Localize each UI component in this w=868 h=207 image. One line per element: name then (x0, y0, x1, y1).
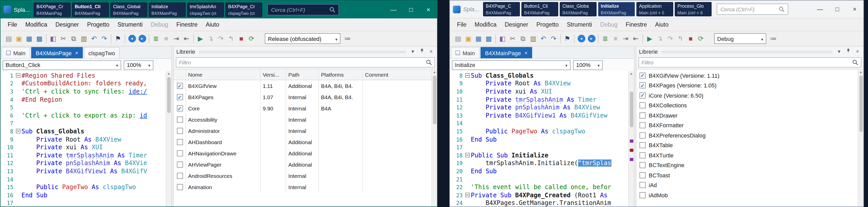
fold-toggle-icon[interactable] (464, 73, 471, 78)
menu-progetto[interactable]: Progetto (83, 22, 114, 28)
zoom-selector[interactable]: 100% (573, 60, 603, 70)
uncomment-icon[interactable]: ≡ (610, 33, 621, 44)
step-out-icon[interactable]: ↰ (226, 33, 236, 44)
stop-icon[interactable]: ■ (236, 33, 246, 44)
library-list-item[interactable]: B4XGifView (Versione: 1.11) (637, 70, 858, 81)
quick-nav-chip[interactable]: ApplicationMain (ctrl + 5 (637, 2, 673, 17)
library-row[interactable]: B4XPages1.07InternalB4A, B4i, B4. (174, 91, 431, 103)
menu-designer[interactable]: Designer (501, 22, 532, 28)
library-filter-input[interactable]: Filtro (639, 57, 861, 67)
outdent-icon[interactable]: ⇤ (631, 33, 641, 44)
close-tab-icon[interactable] (525, 50, 528, 56)
column-header[interactable]: Comment (363, 69, 431, 80)
redo-icon[interactable]: ↷ (99, 33, 110, 44)
clean-project-icon[interactable]: ≔ (342, 33, 353, 44)
column-header[interactable]: Nome (186, 69, 261, 80)
close-button[interactable]: × (420, 1, 437, 19)
scroll-up-icon[interactable] (432, 70, 437, 73)
undo-icon[interactable]: ↶ (538, 33, 549, 44)
quick-nav-chip[interactable]: Button1_CliB4XMainPag (521, 2, 558, 17)
designer-icon[interactable]: ◧ (497, 33, 507, 44)
new-file-icon[interactable]: ▤ (4, 33, 14, 44)
search-input[interactable]: Cerca (Ctrl+F) (267, 4, 339, 15)
restart-icon[interactable]: ⟳ (696, 33, 706, 44)
library-list-item[interactable]: B4XFormatter (637, 120, 858, 130)
library-checkbox[interactable] (177, 94, 183, 100)
library-list-item[interactable]: B4XPages (Versione: 1.05) (637, 81, 858, 90)
minimize-button[interactable]: — (811, 1, 829, 18)
library-checkbox[interactable] (177, 105, 183, 111)
library-checkbox[interactable] (177, 139, 183, 145)
library-row[interactable]: AccessibilityInternal (174, 114, 431, 125)
library-checkbox[interactable] (640, 72, 646, 79)
fold-toggle-icon[interactable] (15, 73, 22, 78)
close-tab-icon[interactable] (75, 50, 78, 56)
library-list-item[interactable]: B4XTurtle (637, 150, 858, 160)
scroll-up-icon[interactable] (629, 72, 634, 75)
title-bar[interactable]: Spla... B4XPage_CB4XMainPagButton1_CliB4… (450, 1, 863, 19)
copy-icon[interactable]: ⧉ (68, 33, 79, 44)
copy-icon[interactable]: ⧉ (518, 33, 528, 44)
quick-nav-chip[interactable]: Class_GlobalB4XMainPag (111, 2, 147, 17)
library-list-item[interactable]: B4XTable (637, 140, 858, 150)
library-checkbox[interactable] (640, 92, 646, 99)
panel-splitter[interactable] (171, 47, 174, 206)
menu-modifica[interactable]: Modifica (21, 22, 51, 28)
scrollbar-thumb[interactable] (630, 91, 633, 127)
open-folder-icon[interactable]: ▣ (14, 33, 24, 44)
library-checkbox[interactable] (640, 122, 646, 128)
save-icon[interactable]: ▦ (24, 33, 34, 44)
build-configuration-select[interactable]: Debug (714, 33, 766, 44)
library-row[interactable]: AHDashboardAdditional (174, 137, 431, 148)
document-tab-b4xmainpage[interactable]: B4XMainPage (31, 47, 83, 58)
scrollbar-thumb[interactable] (859, 76, 863, 132)
menu-finestre[interactable]: Finestre (622, 22, 651, 28)
document-tab-clspagtwo[interactable]: clspagTwo (84, 47, 120, 58)
quick-nav-chip[interactable]: Button1_CliB4XMainPag (72, 2, 109, 17)
library-checkbox[interactable] (640, 102, 646, 109)
step-into-icon[interactable]: ↴ (206, 33, 216, 44)
menu-strumenti[interactable]: Strumenti (114, 22, 147, 28)
library-checkbox[interactable] (177, 83, 183, 89)
fold-toggle-icon[interactable] (464, 193, 471, 197)
library-checkbox[interactable] (177, 184, 183, 190)
library-list-item[interactable]: BCToast (637, 170, 858, 180)
library-checkbox[interactable] (640, 162, 646, 169)
navigate-back-icon[interactable]: ◂ (127, 33, 137, 44)
maximize-button[interactable]: □ (829, 1, 846, 18)
navigate-forward-icon[interactable]: ▸ (586, 33, 596, 44)
menu-strumenti[interactable]: Strumenti (563, 22, 596, 28)
build-configuration-select[interactable]: Release (obfuscated) (265, 33, 340, 44)
step-over-icon[interactable]: ↷ (216, 33, 226, 44)
maximize-button[interactable]: □ (402, 1, 420, 19)
redo-icon[interactable]: ↷ (549, 33, 559, 44)
undo-icon[interactable]: ↶ (89, 33, 99, 44)
menu-finestre[interactable]: Finestre (172, 22, 202, 28)
library-row[interactable]: AHViewPagerAdditional (174, 159, 431, 170)
search-input[interactable]: Cerca (Ctrl+F) (717, 4, 788, 15)
library-checkbox[interactable] (177, 128, 183, 134)
library-checkbox[interactable] (177, 161, 183, 168)
pin-icon[interactable] (418, 47, 425, 56)
comment-icon[interactable]: ≣ (600, 33, 610, 44)
library-checkbox[interactable] (640, 83, 646, 89)
quick-nav-chip[interactable]: tmrSplashAnclspagTwo (ct (187, 2, 224, 17)
document-tab-main[interactable]: Main (2, 47, 30, 58)
clean-project-icon[interactable]: ≔ (768, 33, 779, 44)
menu-debug[interactable]: Debug (147, 22, 172, 28)
menu-progetto[interactable]: Progetto (532, 22, 563, 28)
close-icon[interactable] (854, 47, 861, 56)
quick-nav-chip[interactable]: Class_GlobaB4XMainPag (560, 2, 596, 17)
column-header[interactable]: Versi... (261, 69, 286, 80)
fold-toggle-icon[interactable] (464, 153, 471, 157)
menu-debug[interactable]: Debug (596, 22, 622, 28)
library-checkbox[interactable] (640, 172, 646, 178)
quick-nav-chip[interactable]: Process_GloMain (ctrl + 6 (675, 2, 712, 17)
library-checkbox[interactable] (640, 132, 646, 139)
panel-drag-grip[interactable] (198, 50, 406, 53)
libraries-scrollbar[interactable] (431, 69, 437, 206)
outdent-icon[interactable]: ⇤ (182, 33, 192, 44)
quick-nav-chip[interactable]: InitializeB4XMainPag (149, 2, 186, 17)
title-bar[interactable]: Spla... B4XPage_CrB4XMainPagButton1_CliB… (1, 1, 437, 19)
quick-nav-chip[interactable]: InitializeB4XMainPag (598, 2, 635, 17)
